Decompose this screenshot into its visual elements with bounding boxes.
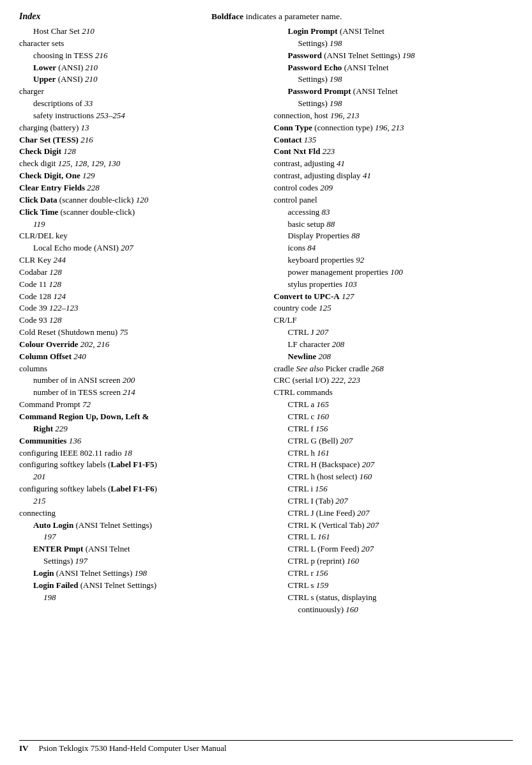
list-item: Char Set (TESS) 216 <box>19 134 259 146</box>
list-item: Lower (ANSI) 210 <box>19 62 259 74</box>
list-item: Password Echo (ANSI Telnet <box>274 62 513 74</box>
list-item: Code 11 128 <box>19 279 259 291</box>
list-item: Clear Entry Fields 228 <box>19 182 259 194</box>
list-item: CTRL commands <box>274 387 513 399</box>
list-item: Settings) 197 <box>19 555 259 568</box>
list-item: CTRL J 207 <box>274 327 513 339</box>
list-item: Settings) 198 <box>274 98 513 110</box>
list-item: CTRL H (Backspace) 207 <box>274 459 513 471</box>
list-item: Cont Nxt Fld 223 <box>274 146 513 158</box>
list-item: ENTER Pmpt (ANSI Telnet <box>19 543 259 555</box>
columns-container: Host Char Set 210character setschoosing … <box>19 26 513 615</box>
list-item: Click Time (scanner double-click) <box>19 206 259 219</box>
list-item: Communities 136 <box>19 435 259 447</box>
list-item: connecting <box>19 507 259 520</box>
list-item: descriptions of 33 <box>19 98 259 110</box>
list-item: Upper (ANSI) 210 <box>19 73 259 86</box>
list-item: CTRL a 165 <box>274 399 513 411</box>
list-item: keyboard properties 92 <box>274 254 513 267</box>
list-item: Code 39 122–123 <box>19 302 259 314</box>
list-item: CTRL I (Tab) 207 <box>274 495 513 507</box>
list-item: Check Digit 128 <box>19 146 259 158</box>
footer-text: Psion Teklogix 7530 Hand-Held Computer U… <box>38 743 226 753</box>
list-item: Login Failed (ANSI Telnet Settings) <box>19 580 259 592</box>
list-item: safety instructions 253–254 <box>19 110 259 122</box>
list-item: CTRL J (Line Feed) 207 <box>274 507 513 520</box>
list-item: Command Region Up, Down, Left & <box>19 411 259 423</box>
page-footer: IV Psion Teklogix 7530 Hand-Held Compute… <box>19 740 513 753</box>
list-item: check digit 125, 128, 129, 130 <box>19 158 259 170</box>
list-item: Code 128 124 <box>19 291 259 303</box>
list-item: Display Properties 88 <box>274 230 513 242</box>
list-item: Column Offset 240 <box>19 351 259 363</box>
list-item: Conn Type (connection type) 196, 213 <box>274 122 513 134</box>
right-column: Login Prompt (ANSI TelnetSettings) 198Pa… <box>274 26 513 615</box>
list-item: basic setup 88 <box>274 219 513 231</box>
list-item: CLR Key 244 <box>19 254 259 267</box>
list-item: CTRL h (host select) 160 <box>274 471 513 483</box>
list-item: CTRL K (Vertical Tab) 207 <box>274 520 513 532</box>
list-item: Codabar 128 <box>19 267 259 279</box>
list-item: Command Prompt 72 <box>19 399 259 411</box>
list-item: country code 125 <box>274 302 513 314</box>
left-column: Host Char Set 210character setschoosing … <box>19 26 259 615</box>
list-item: Cold Reset (Shutdown menu) 75 <box>19 327 259 339</box>
list-item: charging (battery) 13 <box>19 122 259 134</box>
list-item: CTRL c 160 <box>274 411 513 423</box>
list-item: Right 229 <box>19 423 259 435</box>
list-item: character sets <box>19 38 259 50</box>
list-item: CTRL h 161 <box>274 447 513 460</box>
list-item: Colour Override 202, 216 <box>19 339 259 351</box>
page-header: Index Boldface indicates a parameter nam… <box>19 12 513 22</box>
list-item: power management properties 100 <box>274 267 513 279</box>
list-item: Settings) 198 <box>274 38 513 50</box>
list-item: configuring softkey labels (Label F1-F5) <box>19 459 259 471</box>
list-item: LF character 208 <box>274 339 513 351</box>
list-item: connection, host 196, 213 <box>274 110 513 122</box>
list-item: 119 <box>19 219 259 231</box>
list-item: Code 93 128 <box>19 314 259 327</box>
list-item: charger <box>19 86 259 98</box>
list-item: stylus properties 103 <box>274 279 513 291</box>
list-item: Password (ANSI Telnet Settings) 198 <box>274 50 513 62</box>
list-item: Newline 208 <box>274 351 513 363</box>
list-item: Login Prompt (ANSI Telnet <box>274 26 513 38</box>
list-item: CRC (serial I/O) 222, 223 <box>274 375 513 387</box>
list-item: Convert to UPC-A 127 <box>274 291 513 303</box>
list-item: Host Char Set 210 <box>19 26 259 38</box>
list-item: Settings) 198 <box>274 73 513 86</box>
header-index: Index <box>19 12 40 22</box>
list-item: CTRL L (Form Feed) 207 <box>274 543 513 555</box>
list-item: Check Digit, One 129 <box>19 170 259 182</box>
header-note-text: indicates a parameter name. <box>243 12 342 21</box>
list-item: 201 <box>19 471 259 483</box>
list-item: CTRL L 161 <box>274 531 513 543</box>
list-item: number of in TESS screen 214 <box>19 387 259 399</box>
list-item: Contact 135 <box>274 134 513 146</box>
footer-page: IV <box>19 743 28 753</box>
list-item: 215 <box>19 495 259 507</box>
list-item: CLR/DEL key <box>19 230 259 242</box>
list-item: choosing in TESS 216 <box>19 50 259 62</box>
list-item: control codes 209 <box>274 182 513 194</box>
list-item: continuously) 160 <box>274 604 513 616</box>
list-item: CTRL G (Bell) 207 <box>274 435 513 447</box>
list-item: 198 <box>19 592 259 604</box>
list-item: CTRL i 156 <box>274 483 513 495</box>
header-note: Boldface indicates a parameter name. <box>40 12 513 22</box>
list-item: Click Data (scanner double-click) 120 <box>19 194 259 206</box>
list-item: CTRL p (reprint) 160 <box>274 555 513 568</box>
list-item: CR/LF <box>274 314 513 327</box>
list-item: configuring softkey labels (Label F1-F6) <box>19 483 259 495</box>
list-item: accessing 83 <box>274 206 513 219</box>
list-item: columns <box>19 363 259 375</box>
list-item: CTRL s 159 <box>274 580 513 592</box>
list-item: 197 <box>19 531 259 543</box>
list-item: Password Prompt (ANSI Telnet <box>274 86 513 98</box>
list-item: configuring IEEE 802.11 radio 18 <box>19 447 259 460</box>
list-item: contrast, adjusting 41 <box>274 158 513 170</box>
list-item: contrast, adjusting display 41 <box>274 170 513 182</box>
list-item: CTRL s (status, displaying <box>274 592 513 604</box>
list-item: cradle See also Picker cradle 268 <box>274 363 513 375</box>
boldface-word: Boldface <box>211 12 243 21</box>
